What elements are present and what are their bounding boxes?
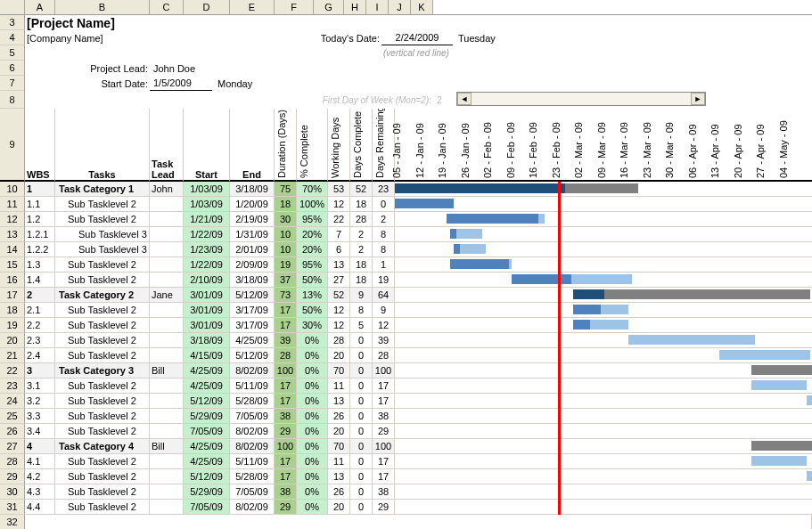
cell-task-lead[interactable]: [150, 303, 184, 318]
cell-task[interactable]: Task Category 3: [55, 363, 150, 378]
row-number[interactable]: 11: [0, 197, 25, 212]
row-number[interactable]: 5: [0, 45, 25, 61]
cell-pct-complete[interactable]: 30%: [297, 318, 328, 333]
cell-end[interactable]: 3/18/09: [230, 182, 275, 197]
cell-working-days[interactable]: 22: [328, 212, 350, 227]
cell-pct-complete[interactable]: 50%: [297, 273, 328, 288]
cell-days-complete[interactable]: 0: [350, 378, 373, 394]
cell-working-days[interactable]: 28: [328, 333, 350, 348]
cell-end[interactable]: 4/25/09: [230, 333, 275, 348]
cell-task[interactable]: Sub Tasklevel 3: [55, 227, 150, 242]
cell-task-lead[interactable]: [150, 318, 184, 333]
cell-start[interactable]: 1/03/09: [184, 182, 230, 197]
cell-task[interactable]: Sub Tasklevel 2: [55, 303, 150, 318]
cell-wbs[interactable]: 2: [25, 288, 55, 303]
cell-wbs[interactable]: 4: [25, 439, 55, 454]
cell-pct-complete[interactable]: 0%: [297, 424, 328, 439]
cell-days-remaining[interactable]: 2: [373, 212, 395, 227]
cell-task[interactable]: Task Category 4: [55, 439, 150, 454]
col-hdr-pct-complete[interactable]: % Complete: [297, 109, 328, 182]
column-header-G[interactable]: G: [314, 0, 344, 14]
cell-task-lead[interactable]: [150, 333, 184, 348]
cell-days-remaining[interactable]: 8: [373, 242, 395, 257]
cell-working-days[interactable]: 13: [328, 469, 350, 484]
column-header-D[interactable]: D: [184, 0, 230, 14]
cell-wbs[interactable]: 2.2: [25, 318, 55, 333]
row-number[interactable]: 25: [0, 409, 25, 424]
cell-start[interactable]: 4/25/09: [184, 439, 230, 454]
cell-days-complete[interactable]: 0: [350, 394, 373, 409]
row-number[interactable]: 17: [0, 288, 25, 303]
cell-pct-complete[interactable]: 13%: [297, 288, 328, 303]
column-header-H[interactable]: H: [344, 0, 366, 14]
cell-end[interactable]: 5/12/09: [230, 288, 275, 303]
cell-working-days[interactable]: 20: [328, 500, 350, 515]
cell-working-days[interactable]: 53: [328, 182, 350, 197]
cell-start[interactable]: 4/25/09: [184, 363, 230, 378]
cell-working-days[interactable]: 26: [328, 484, 350, 500]
cell-wbs[interactable]: 4.4: [25, 500, 55, 515]
cell-pct-complete[interactable]: 0%: [297, 454, 328, 469]
cell-pct-complete[interactable]: 0%: [297, 439, 328, 454]
cell-task-lead[interactable]: [150, 348, 184, 363]
cell-days-complete[interactable]: 0: [350, 484, 373, 500]
row-number[interactable]: 14: [0, 242, 25, 257]
cell-wbs[interactable]: 1.3: [25, 257, 55, 273]
cell-task[interactable]: Sub Tasklevel 2: [55, 469, 150, 484]
cell-days-complete[interactable]: 28: [350, 212, 373, 227]
cell-days-remaining[interactable]: 17: [373, 469, 395, 484]
row-number[interactable]: 31: [0, 500, 25, 515]
col-hdr-tasks[interactable]: Tasks: [55, 109, 150, 182]
cell-start[interactable]: 7/05/09: [184, 424, 230, 439]
cell-duration[interactable]: 29: [275, 500, 297, 515]
cell-end[interactable]: 8/02/09: [230, 424, 275, 439]
cell-pct-complete[interactable]: 0%: [297, 378, 328, 394]
cell-task-lead[interactable]: [150, 227, 184, 242]
cell-duration[interactable]: 73: [275, 288, 297, 303]
cell-task[interactable]: Task Category 2: [55, 288, 150, 303]
cell-pct-complete[interactable]: 0%: [297, 363, 328, 378]
cell-working-days[interactable]: 70: [328, 439, 350, 454]
cell-days-remaining[interactable]: 17: [373, 378, 395, 394]
cell-working-days[interactable]: 11: [328, 454, 350, 469]
cell-end[interactable]: 2/01/09: [230, 242, 275, 257]
cell-duration[interactable]: 28: [275, 348, 297, 363]
cell-duration[interactable]: 100: [275, 439, 297, 454]
project-lead[interactable]: John Doe: [150, 61, 239, 76]
cell-task-lead[interactable]: [150, 394, 184, 409]
cell-working-days[interactable]: 27: [328, 273, 350, 288]
cell-end[interactable]: 3/18/09: [230, 273, 275, 288]
cell-task-lead[interactable]: Bill: [150, 439, 184, 454]
cell-start[interactable]: 1/22/09: [184, 257, 230, 273]
row-number[interactable]: 19: [0, 318, 25, 333]
cell-wbs[interactable]: 3.3: [25, 409, 55, 424]
cell-task[interactable]: Sub Tasklevel 2: [55, 454, 150, 469]
scroll-right-button[interactable]: ►: [691, 93, 705, 105]
cell-duration[interactable]: 17: [275, 394, 297, 409]
row-number[interactable]: 8: [0, 91, 25, 109]
cell-end[interactable]: 5/28/09: [230, 394, 275, 409]
cell-duration[interactable]: 17: [275, 303, 297, 318]
cell-task[interactable]: Sub Tasklevel 2: [55, 378, 150, 394]
cell-task[interactable]: Sub Tasklevel 2: [55, 333, 150, 348]
cell-days-complete[interactable]: 0: [350, 469, 373, 484]
cell-task[interactable]: Task Category 1: [55, 182, 150, 197]
cell-working-days[interactable]: 12: [328, 303, 350, 318]
cell-days-complete[interactable]: 0: [350, 333, 373, 348]
cell-start[interactable]: 3/01/09: [184, 288, 230, 303]
cell-days-remaining[interactable]: 23: [373, 182, 395, 197]
cell-duration[interactable]: 10: [275, 242, 297, 257]
cell-task-lead[interactable]: [150, 273, 184, 288]
start-date[interactable]: 1/5/2009: [150, 76, 212, 91]
col-hdr-end[interactable]: End: [230, 109, 275, 182]
cell-end[interactable]: 1/31/09: [230, 227, 275, 242]
cell-task[interactable]: Sub Tasklevel 2: [55, 318, 150, 333]
cell-days-remaining[interactable]: 19: [373, 273, 395, 288]
cell-days-complete[interactable]: 0: [350, 454, 373, 469]
cell-wbs[interactable]: 2.4: [25, 348, 55, 363]
cell-task[interactable]: Sub Tasklevel 2: [55, 197, 150, 212]
cell-wbs[interactable]: 3.2: [25, 394, 55, 409]
row-number[interactable]: 23: [0, 378, 25, 394]
cell-task-lead[interactable]: [150, 469, 184, 484]
project-name[interactable]: [Project Name]: [25, 15, 408, 30]
